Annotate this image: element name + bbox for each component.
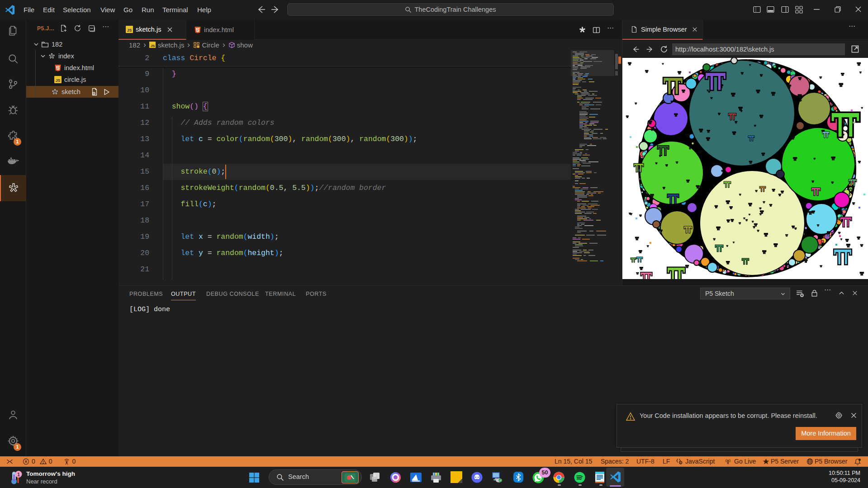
svg-text:1: 1 [17, 472, 20, 477]
svg-text:JS: JS [127, 28, 132, 33]
svg-text:JS: JS [151, 44, 155, 48]
svg-text:JS: JS [56, 78, 61, 83]
